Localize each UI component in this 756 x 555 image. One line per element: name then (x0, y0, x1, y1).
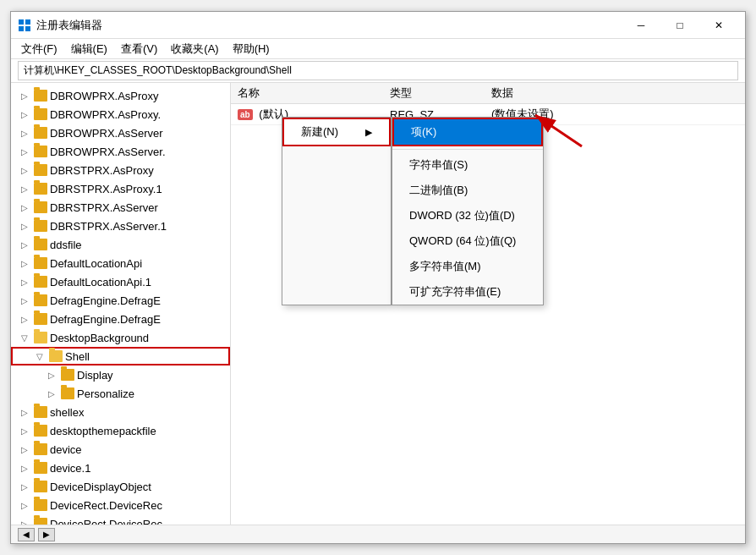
tree-label-shell: Shell (65, 350, 90, 363)
tree-item-defaultlocationapi1[interactable]: ▷ DefaultLocationApi.1 (11, 272, 230, 291)
submenu-item-key-label: 项(K) (411, 124, 436, 140)
submenu-item-qword[interactable]: QWORD (64 位)值(Q) (392, 228, 543, 254)
address-bar: 计算机\HKEY_CLASSES_ROOT\DesktopBackground\… (11, 59, 745, 83)
tree-item-dbrstprx-asserver1[interactable]: ▷ DBRSTPRX.AsServer.1 (11, 217, 230, 235)
tree-label: DBROWPRX.AsProxy. (50, 108, 161, 121)
tree-item-ddsfile[interactable]: ▷ ddsfile (11, 235, 230, 254)
tree-item-devicerect2[interactable]: ▷ DeviceRect.DeviceRec (11, 514, 230, 525)
menu-view[interactable]: 查看(V) (114, 40, 164, 58)
submenu-item-dword[interactable]: DWORD (32 位)值(D) (392, 203, 543, 228)
tree-item-dbrowprx-asproxy2[interactable]: ▷ DBROWPRX.AsProxy. (11, 105, 230, 124)
folder-icon-shell (49, 350, 63, 362)
tree-label: device (50, 443, 82, 456)
minimize-button[interactable]: ─ (622, 12, 660, 39)
tree-label: DBRSTPRX.AsServer (50, 201, 158, 214)
menu-edit[interactable]: 编辑(E) (64, 40, 114, 58)
tree-toggle: ▷ (18, 201, 31, 214)
menu-bar: 文件(F) 编辑(E) 查看(V) 收藏夹(A) 帮助(H) (11, 39, 745, 59)
content-area: ▷ DBROWPRX.AsProxy ▷ DBROWPRX.AsProxy. ▷… (11, 83, 745, 525)
tree-toggle: ▷ (18, 107, 31, 121)
tree-item-shell[interactable]: ▽ Shell (11, 347, 230, 365)
folder-icon (34, 406, 47, 418)
tree-item-desktopbackground[interactable]: ▽ DesktopBackground (11, 328, 230, 347)
tree-item-dbrstprx-asproxy1[interactable]: ▷ DBRSTPRX.AsProxy.1 (11, 179, 230, 198)
folder-icon (34, 481, 47, 492)
tree-item-defaultlocationapi[interactable]: ▷ DefaultLocationApi (11, 254, 230, 272)
tree-label: DefragEngine.DefragE (50, 294, 161, 307)
submenu-item-expandstring-label: 可扩充字符串值(E) (409, 284, 501, 299)
tree-toggle: ▷ (18, 517, 31, 525)
tree-item-dbrstprx-asserver[interactable]: ▷ DBRSTPRX.AsServer (11, 198, 230, 217)
folder-icon (34, 276, 47, 288)
tree-toggle: ▷ (18, 89, 31, 102)
folder-icon (34, 183, 47, 195)
tree-toggle: ▷ (18, 312, 31, 326)
tree-item-dbrowprx-asproxy[interactable]: ▷ DBROWPRX.AsProxy (11, 86, 230, 105)
folder-icon (34, 127, 47, 139)
submenu-item-binary[interactable]: 二进制值(B) (392, 178, 543, 203)
tree-toggle: ▷ (18, 498, 31, 512)
tree-toggle: ▷ (18, 461, 31, 475)
context-menu: 新建(N) ▶ (282, 117, 392, 305)
context-menu-new-label: 新建(N) (301, 124, 338, 140)
tree-label: shellex (50, 406, 84, 419)
close-button[interactable]: ✕ (699, 12, 738, 39)
submenu-item-dword-label: DWORD (32 位)值(D) (409, 208, 515, 223)
folder-icon (34, 108, 47, 120)
menu-file[interactable]: 文件(F) (14, 40, 64, 58)
menu-help[interactable]: 帮助(H) (226, 40, 277, 58)
tree-label: DeviceRect.DeviceRec (50, 499, 162, 512)
scroll-left-button[interactable]: ◀ (18, 528, 35, 541)
folder-icon (34, 499, 47, 511)
tree-item-personalize[interactable]: ▷ Personalize (11, 384, 230, 403)
submenu-item-expandstring[interactable]: 可扩充字符串值(E) (392, 279, 543, 305)
tree-item-dbrstprx-asproxy[interactable]: ▷ DBRSTPRX.AsProxy (11, 161, 230, 179)
tree-item-devicedisplayobject[interactable]: ▷ DeviceDisplayObject (11, 477, 230, 496)
context-menu-new[interactable]: 新建(N) ▶ (282, 118, 391, 146)
col-header-type: 类型 (383, 83, 485, 104)
tree-item-defragengine1[interactable]: ▷ DefragEngine.DefragE (11, 291, 230, 310)
tree-toggle: ▽ (18, 331, 31, 344)
folder-icon (34, 146, 47, 157)
tree-label: DBRSTPRX.AsProxy (50, 164, 154, 177)
tree-item-shellex[interactable]: ▷ shellex (11, 403, 230, 421)
tree-item-dbrowprx-asserver2[interactable]: ▷ DBROWPRX.AsServer. (11, 142, 230, 161)
scroll-right-button[interactable]: ▶ (38, 528, 55, 541)
submenu-item-string-label: 字符串值(S) (409, 157, 468, 173)
tree-item-dbrowprx-asserver[interactable]: ▷ DBROWPRX.AsServer (11, 124, 230, 142)
tree-toggle: ▷ (18, 405, 31, 419)
tree-label: DBRSTPRX.AsProxy.1 (50, 183, 162, 195)
tree-item-devicerect1[interactable]: ▷ DeviceRect.DeviceRec (11, 496, 230, 514)
maximize-button[interactable]: □ (660, 12, 699, 39)
tree-item-device1[interactable]: ▷ device.1 (11, 459, 230, 477)
folder-icon (34, 164, 47, 176)
tree-item-display[interactable]: ▷ Display (11, 365, 230, 384)
submenu-item-multistring[interactable]: 多字符串值(M) (392, 254, 543, 279)
folder-icon (34, 294, 47, 306)
folder-icon (34, 518, 47, 525)
tree-pane[interactable]: ▷ DBROWPRX.AsProxy ▷ DBROWPRX.AsProxy. ▷… (11, 83, 231, 525)
tree-label: DBRSTPRX.AsServer.1 (50, 220, 167, 233)
submenu-item-key[interactable]: 项(K) (392, 118, 543, 146)
tree-toggle: ▷ (18, 294, 31, 307)
folder-icon (34, 462, 47, 474)
tree-item-device[interactable]: ▷ device (11, 440, 230, 459)
folder-icon (34, 201, 47, 213)
default-icon: ab (238, 109, 253, 120)
folder-icon (34, 257, 47, 269)
tree-toggle: ▷ (45, 387, 58, 400)
tree-toggle: ▷ (45, 368, 58, 382)
tree-item-defragengine2[interactable]: ▷ DefragEngine.DefragE (11, 310, 230, 328)
tree-label: DeviceDisplayObject (50, 481, 151, 493)
menu-favorites[interactable]: 收藏夹(A) (164, 40, 225, 58)
svg-rect-3 (25, 26, 30, 31)
address-path[interactable]: 计算机\HKEY_CLASSES_ROOT\DesktopBackground\… (18, 61, 738, 80)
tree-label: DBROWPRX.AsServer (50, 127, 163, 140)
tree-label: DBROWPRX.AsServer. (50, 146, 166, 158)
col-header-name: 名称 (231, 83, 383, 104)
tree-item-desktoptheme[interactable]: ▷ desktopthemepackfile (11, 421, 230, 440)
tree-label: DBROWPRX.AsProxy (50, 90, 159, 102)
submenu-item-string[interactable]: 字符串值(S) (392, 152, 543, 178)
tree-toggle: ▷ (18, 219, 31, 233)
title-bar-buttons: ─ □ ✕ (622, 12, 738, 39)
